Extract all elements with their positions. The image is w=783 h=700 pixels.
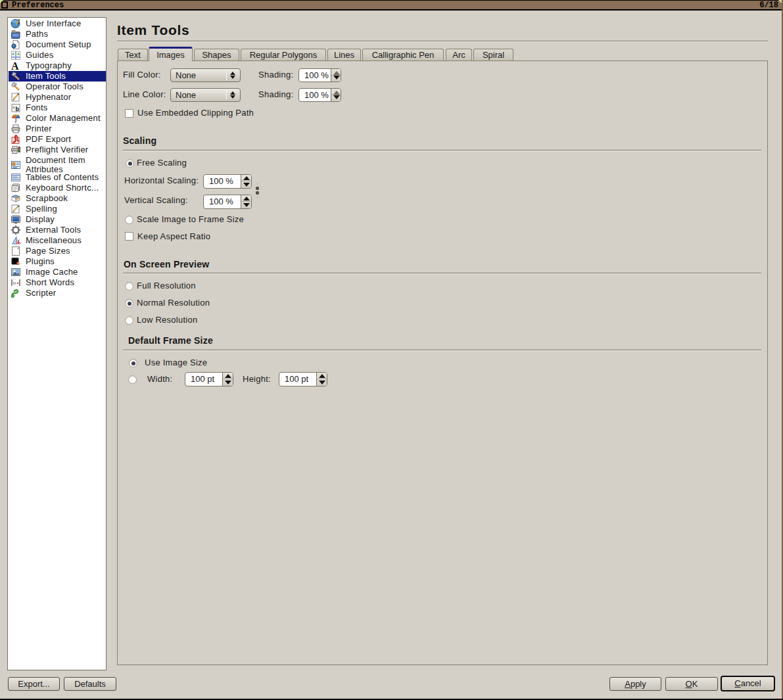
svg-text:M.: M. [13, 281, 18, 285]
svg-text:b: b [16, 106, 20, 112]
svg-text:A: A [11, 60, 19, 71]
